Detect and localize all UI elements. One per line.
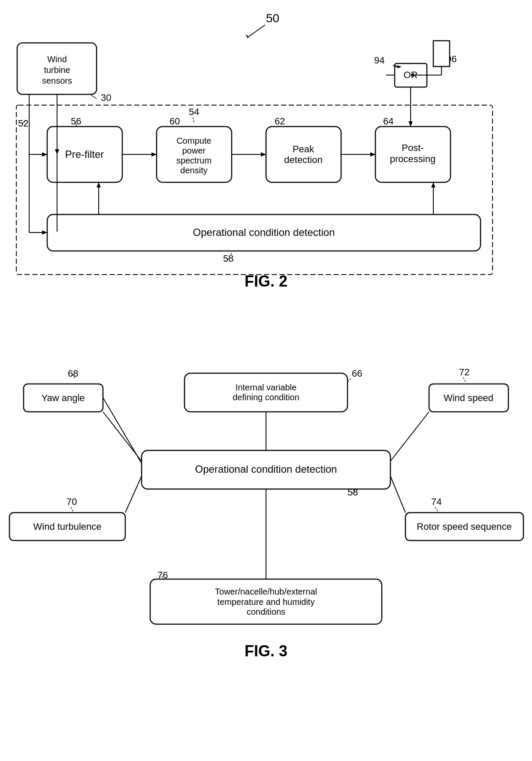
tower-label3: conditions — [247, 607, 285, 616]
fig2-ref-62: 62 — [275, 116, 285, 127]
compute-psd-label3: spectrum — [176, 156, 212, 165]
fig3-caption: FIG. 3 — [245, 642, 287, 660]
svg-marker-27 — [151, 152, 157, 157]
fig2-ref-30: 30 — [101, 92, 111, 103]
svg-line-9 — [193, 118, 194, 122]
rotor-speed-label: Rotor speed sequence — [417, 521, 511, 532]
wind-turbine-sensors-label3: sensors — [42, 76, 72, 85]
compute-psd-label4: density — [180, 166, 207, 175]
svg-line-0 — [249, 25, 265, 36]
post-processing-label2: processing — [390, 154, 435, 164]
wind-turbine-sensors-label: Wind — [47, 54, 67, 64]
compute-psd-label2: power — [182, 146, 206, 155]
wind-turbulence-label: Wind turbulence — [33, 521, 102, 532]
wind-turbine-sensors-label2: turbine — [44, 65, 70, 75]
fig3-ref-70: 70 — [66, 496, 77, 507]
fig3-ref-68: 68 — [68, 368, 78, 379]
svg-marker-38 — [42, 230, 47, 235]
peak-detection-label2: detection — [284, 154, 322, 165]
diagram-container: 50 Wind turbine sensors 30 52 Pre-filter… — [0, 0, 532, 761]
svg-line-60 — [390, 412, 429, 461]
fig2-ref-64: 64 — [383, 116, 393, 127]
internal-variable-label2: defining condition — [233, 393, 299, 402]
fig2-ref-94: 94 — [374, 55, 384, 66]
post-processing-label1: Post- — [402, 142, 423, 153]
prefilter-label: Pre-filter — [65, 148, 104, 160]
internal-variable-label1: Internal variable — [236, 383, 296, 392]
svg-marker-35 — [431, 182, 435, 187]
wind-speed-label: Wind speed — [444, 393, 493, 403]
svg-line-59 — [103, 412, 142, 461]
svg-line-51 — [463, 377, 466, 382]
compute-psd-label1: Compute — [176, 136, 211, 145]
tower-label2: temperature and humidity — [218, 597, 315, 607]
fig3-ref-76: 76 — [157, 570, 168, 580]
svg-line-55 — [435, 507, 438, 511]
svg-marker-29 — [261, 152, 266, 157]
fig2-ref-50: 50 — [266, 12, 279, 25]
fig2-ref-52: 52 — [18, 118, 28, 129]
svg-line-62 — [390, 476, 405, 513]
fig3-ref-66: 66 — [352, 368, 362, 379]
svg-marker-21 — [408, 121, 413, 127]
svg-marker-33 — [97, 182, 101, 187]
tower-label1: Tower/nacelle/hub/external — [215, 587, 317, 596]
svg-marker-1 — [245, 34, 249, 39]
peak-detection-label1: Peak — [293, 144, 314, 154]
operational-condition-label: Operational condition detection — [193, 226, 335, 238]
fig2-caption: FIG. 2 — [245, 272, 287, 290]
yaw-angle-label: Yaw angle — [41, 393, 85, 403]
svg-line-3 — [90, 94, 97, 99]
fig2-ref-60: 60 — [169, 116, 180, 127]
fig3-ref-74: 74 — [431, 496, 441, 507]
svg-rect-15 — [433, 41, 450, 66]
svg-marker-42 — [42, 152, 47, 157]
svg-marker-31 — [370, 152, 375, 157]
svg-line-53 — [71, 507, 73, 511]
fig3-operational-label: Operational condition detection — [195, 463, 337, 475]
fig2-ref-54: 54 — [189, 106, 199, 117]
fig3-ref-72: 72 — [459, 367, 469, 377]
svg-line-61 — [125, 476, 142, 513]
